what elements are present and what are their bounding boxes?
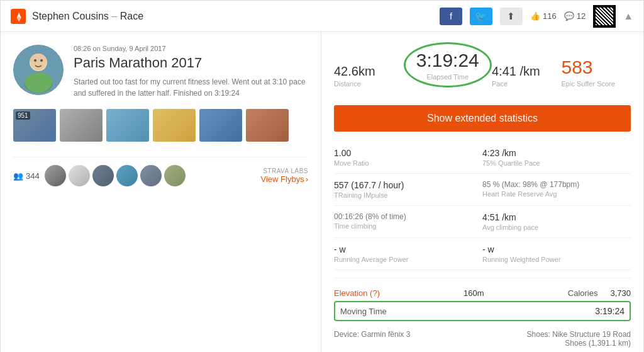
follower-avatar-2[interactable]	[69, 165, 90, 186]
profile-image	[13, 45, 64, 95]
avg-climb-pace-cell: 4:51 /km Avg climbing pace	[482, 206, 631, 238]
calories-row: Calories 3,730	[568, 288, 631, 298]
strava-labs-label: STRAVA LABS	[263, 167, 308, 174]
share-button[interactable]: ⬆	[500, 8, 523, 25]
time-climbing-cell: 00:16:26 (8% of time) Time climbing	[334, 206, 482, 238]
move-ratio-label: Move Ratio	[334, 159, 482, 167]
elevation-value: 160m	[464, 288, 484, 298]
header-title: Stephen Cousins – Race	[32, 11, 143, 22]
like-count: 116	[543, 11, 557, 21]
activity-name: Paris Marathon 2017	[74, 55, 308, 71]
calories-value: 3,730	[610, 288, 631, 298]
pace-value: 4:41 /km	[492, 64, 562, 79]
hrr-label: Heart Rate Reserve Avg	[482, 190, 631, 198]
training-impulse-value: 557 (167.7 / hour)	[334, 180, 482, 190]
time-climbing-value: 00:16:26 (8% of time)	[334, 212, 482, 221]
qr-code-image	[596, 8, 613, 25]
quartile-pace-cell: 4:23 /km 75% Quartile Pace	[482, 142, 631, 174]
comment-count: 12	[577, 11, 586, 21]
svg-point-6	[34, 59, 36, 62]
hrr-value: 85 % (Max: 98% @ 177bpm)	[482, 180, 631, 189]
hrr-cell: 85 % (Max: 98% @ 177bpm) Heart Rate Rese…	[482, 174, 631, 206]
header-left: Stephen Cousins – Race	[11, 9, 143, 24]
header: Stephen Cousins – Race f 🐦 ⬆ 👍 116 💬 12 …	[1, 1, 643, 32]
header-right: f 🐦 ⬆ 👍 116 💬 12 ▲	[440, 5, 633, 28]
twitter-button[interactable]: 🐦	[470, 8, 492, 25]
follower-avatar-4[interactable]	[116, 165, 138, 186]
run-weighted-power-value: - w	[482, 244, 631, 254]
qr-code	[593, 5, 616, 28]
photo-strip: 951	[13, 109, 308, 142]
moving-time-label: Moving Time	[340, 307, 387, 316]
time-climbing-label: Time climbing	[334, 222, 482, 230]
followers-left: 👥 344	[13, 165, 186, 186]
distance-value: 42.6km	[334, 64, 404, 79]
bottom-info: Elevation (?) 160m Calories 3,730 Moving…	[334, 278, 631, 351]
like-area[interactable]: 👍 116	[530, 11, 557, 21]
followers-icon: 👥	[13, 171, 23, 181]
extended-stats-grid: 1.00 Move Ratio 4:23 /km 75% Quartile Pa…	[334, 142, 631, 270]
training-impulse-cell: 557 (167.7 / hour) TRaining IMpulse	[334, 174, 482, 206]
strava-logo-icon	[11, 9, 26, 24]
run-avg-power-value: - w	[334, 244, 482, 254]
run-avg-power-cell: - w Running Average Power	[334, 238, 482, 270]
avg-climb-pace-value: 4:51 /km	[482, 212, 631, 222]
follower-count: 👥 344	[13, 171, 40, 181]
photo-1[interactable]: 951	[13, 109, 56, 142]
elevation-row: Elevation (?) 160m Calories 3,730	[334, 286, 631, 301]
stat-suffer-score: 583 Epic Suffer Score	[562, 56, 631, 88]
caret-up-icon[interactable]: ▲	[623, 11, 633, 22]
photo-2[interactable]	[60, 109, 103, 142]
follower-avatar-5[interactable]	[140, 165, 162, 186]
follower-avatars	[45, 165, 186, 186]
comment-icon: 💬	[564, 11, 574, 21]
shoes-label: Shoes: Nike Structure 19 Road Shoes (1,3…	[505, 330, 631, 348]
run-weighted-power-cell: - w Running Weighted Power	[482, 238, 631, 270]
followers-number: 344	[26, 171, 40, 181]
move-ratio-cell: 1.00 Move Ratio	[334, 142, 482, 174]
view-flybys-link[interactable]: View Flybys ›	[261, 174, 308, 184]
followers-row: 👥 344 STRAVA LABS View Fl	[13, 157, 308, 186]
device-label: Device: Garmin fēnix 3	[334, 330, 410, 339]
elevation-link[interactable]: Elevation (?)	[334, 288, 380, 298]
follower-avatar-6[interactable]	[164, 165, 186, 186]
move-ratio-value: 1.00	[334, 148, 482, 158]
photo-3[interactable]	[106, 109, 149, 142]
distance-label: Distance	[334, 80, 404, 88]
training-impulse-label: TRaining IMpulse	[334, 191, 482, 199]
svg-point-4	[25, 72, 52, 93]
thumbs-up-icon: 👍	[530, 11, 540, 21]
run-avg-power-label: Running Average Power	[334, 256, 482, 263]
stat-distance: 42.6km Distance	[334, 64, 404, 88]
main-content: 08:26 on Sunday, 9 April 2017 Paris Mara…	[1, 32, 643, 352]
follower-avatar-1[interactable]	[45, 165, 66, 186]
quartile-pace-label: 75% Quartile Pace	[482, 159, 631, 167]
arrow-icon: ›	[306, 174, 308, 184]
activity-description: Started out too fast for my current fitn…	[74, 76, 308, 99]
avg-climb-pace-label: Avg climbing pace	[482, 224, 631, 231]
photo-6[interactable]	[246, 109, 289, 142]
avatar	[13, 45, 64, 95]
moving-time-row: Moving Time 3:19:24	[334, 301, 631, 321]
facebook-button[interactable]: f	[440, 8, 462, 25]
activity-meta: 08:26 on Sunday, 9 April 2017 Paris Mara…	[13, 45, 308, 99]
svg-point-5	[30, 54, 47, 70]
svg-point-7	[40, 59, 43, 62]
suffer-score-value: 583	[562, 56, 631, 79]
moving-time-value: 3:19:24	[595, 306, 625, 316]
follower-avatar-3[interactable]	[92, 165, 114, 186]
stat-pace: 4:41 /km Pace	[492, 64, 562, 88]
calories-label: Calories	[568, 288, 598, 298]
flybys-area: STRAVA LABS View Flybys ›	[261, 167, 308, 184]
pace-label: Pace	[492, 80, 562, 88]
photo-4[interactable]	[153, 109, 196, 142]
photo-5[interactable]	[199, 109, 242, 142]
run-weighted-power-label: Running Weighted Power	[482, 256, 631, 263]
elapsed-label: Elapsed Time	[413, 73, 483, 81]
show-extended-stats-button[interactable]: Show extended statistics	[334, 105, 631, 132]
comment-area[interactable]: 💬 12	[564, 11, 586, 21]
activity-info: 08:26 on Sunday, 9 April 2017 Paris Mara…	[74, 45, 308, 99]
activity-date: 08:26 on Sunday, 9 April 2017	[74, 45, 308, 52]
quartile-pace-value: 4:23 /km	[482, 148, 631, 158]
stats-row: 42.6km Distance 3:19:24 Elapsed Time 4:4…	[334, 42, 631, 96]
